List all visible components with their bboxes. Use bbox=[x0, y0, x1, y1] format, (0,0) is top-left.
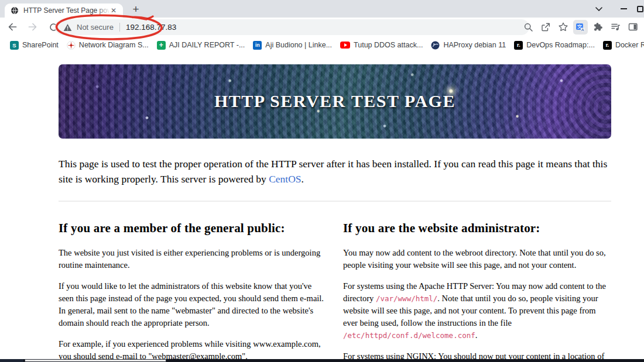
bookmark-haproxy[interactable]: HAProxy debian 11 bbox=[427, 39, 510, 51]
page-content: HTTP SERVER TEST PAGE This page is used … bbox=[0, 54, 644, 362]
not-secure-warning-icon[interactable] bbox=[63, 23, 72, 32]
new-tab-button[interactable]: + bbox=[129, 3, 143, 16]
tab-strip: HTTP Server Test Page powered ✕ + bbox=[0, 0, 644, 18]
share-icon[interactable] bbox=[538, 19, 553, 35]
bottom-edge-bar bbox=[0, 359, 644, 362]
bookmark-linkedin[interactable]: in Aji Budiono | Linke... bbox=[249, 39, 336, 51]
address-bar[interactable]: Not secure 192.168.77.83 bbox=[55, 19, 529, 35]
window-minimize-button[interactable] bbox=[611, 0, 636, 18]
admin-paragraph-1: You may now add content to the webroot d… bbox=[343, 247, 611, 271]
intro-paragraph: This page is used to test the proper ope… bbox=[59, 156, 611, 187]
extensions-puzzle-icon[interactable] bbox=[590, 19, 605, 35]
public-paragraph-1: The website you just visited is either e… bbox=[59, 247, 327, 271]
globe-favicon-icon bbox=[11, 6, 19, 15]
browser-tab[interactable]: HTTP Server Test Page powered ✕ bbox=[5, 4, 123, 18]
window-maximize-button[interactable] bbox=[636, 0, 644, 18]
administrator-heading: If you are the website administrator: bbox=[343, 221, 611, 236]
general-public-heading: If you are a member of the general publi… bbox=[59, 221, 327, 236]
bookmark-youtube[interactable]: Tutup DDOS attack... bbox=[336, 39, 427, 51]
forward-button[interactable] bbox=[25, 19, 40, 35]
bookmark-docker-roadmap[interactable]: r. Docker Roadmap -... bbox=[599, 39, 644, 51]
url-text[interactable]: 192.168.77.83 bbox=[126, 23, 176, 32]
tab-title: HTTP Server Test Page powered bbox=[23, 6, 109, 15]
spreadsheet-icon: + bbox=[157, 41, 166, 50]
network-diagram-icon bbox=[67, 41, 76, 50]
security-label[interactable]: Not secure bbox=[77, 23, 114, 32]
haproxy-icon bbox=[431, 41, 440, 50]
general-public-section: If you are a member of the general publi… bbox=[59, 221, 327, 362]
admin-paragraph-2: For systems using the Apache HTTP Server… bbox=[343, 280, 611, 342]
section-divider bbox=[59, 201, 611, 202]
google-translate-icon[interactable] bbox=[573, 20, 588, 35]
sharepoint-icon: S bbox=[10, 41, 19, 50]
public-paragraph-2: If you would like to let the administrat… bbox=[59, 280, 327, 329]
banner-title: HTTP SERVER TEST PAGE bbox=[59, 91, 611, 111]
roadmap-icon: r. bbox=[603, 41, 612, 50]
youtube-icon bbox=[340, 42, 350, 49]
bookmark-devops-roadmap[interactable]: r. DevOps Roadmap:... bbox=[510, 39, 599, 51]
media-playlist-icon[interactable] bbox=[608, 19, 623, 35]
bottom-bar-light-segment[interactable] bbox=[25, 359, 166, 362]
bookmark-network-diagram[interactable]: Network Diagram S... bbox=[63, 39, 153, 51]
side-panel-icon[interactable] bbox=[625, 19, 640, 35]
tab-search-chevron-icon[interactable] bbox=[587, 0, 611, 18]
website-administrator-section: If you are the website administrator: Yo… bbox=[343, 221, 611, 362]
bookmark-star-icon[interactable] bbox=[556, 19, 571, 35]
search-icon[interactable] bbox=[520, 19, 536, 35]
bottom-bar-dark-segment bbox=[0, 359, 23, 362]
bookmark-sharepoint[interactable]: S SharePoint bbox=[6, 39, 63, 51]
roadmap-icon: r. bbox=[514, 41, 523, 50]
bookmarks-bar: S SharePoint Network Diagram S... + AJI … bbox=[0, 36, 644, 54]
omnibox-separator bbox=[119, 23, 120, 32]
centos-link[interactable]: CentOS bbox=[269, 173, 301, 185]
public-paragraph-3: For example, if you experienced problems… bbox=[59, 338, 327, 362]
back-button[interactable] bbox=[5, 19, 20, 35]
browser-toolbar: Not secure 192.168.77.83 bbox=[0, 18, 644, 36]
linkedin-icon: in bbox=[253, 41, 262, 50]
test-page-banner: HTTP SERVER TEST PAGE bbox=[59, 64, 611, 139]
tab-close-icon[interactable]: ✕ bbox=[109, 6, 118, 15]
bookmark-aji-daily-report[interactable]: + AJI DAILY REPORT -... bbox=[153, 39, 249, 51]
